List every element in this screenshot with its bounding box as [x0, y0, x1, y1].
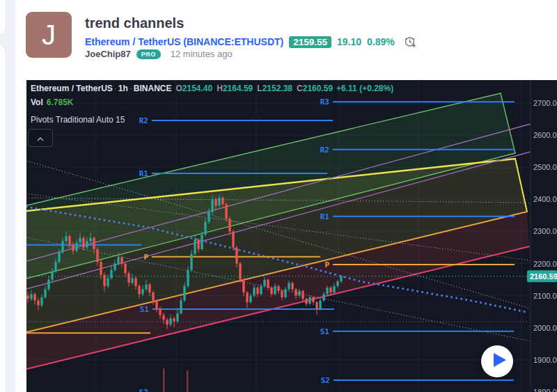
candle [197, 240, 199, 249]
candle [267, 280, 269, 288]
candle [120, 257, 123, 263]
candle [319, 301, 321, 309]
candle [274, 286, 276, 295]
candle [75, 243, 77, 251]
author-row: JoeChip87 PRO 12 minutes ago [85, 49, 233, 59]
candle [333, 286, 335, 292]
candle [86, 241, 88, 247]
candle [336, 281, 338, 286]
candle [166, 320, 168, 324]
collapse-indicators-button[interactable] [28, 129, 53, 147]
symbol-name: Ethereum / TetherUS [85, 36, 180, 47]
candle [340, 276, 342, 281]
candle [33, 294, 36, 300]
candle [68, 236, 70, 244]
pivot-label: S2 [139, 388, 148, 392]
candle [187, 270, 189, 286]
change-absolute: 19.10 [337, 36, 361, 47]
candle [260, 286, 262, 295]
candle [235, 247, 237, 263]
candle [37, 301, 39, 306]
candle [173, 318, 175, 322]
chevron-up-icon [37, 132, 44, 144]
idea-card: J trend channels Ethereum / TetherUS (BI… [15, 0, 557, 392]
candle [124, 264, 126, 274]
candle [176, 313, 178, 322]
candle [253, 288, 255, 296]
axis-tick-label: 2700.00 [533, 99, 557, 107]
add-alert-icon[interactable] [403, 34, 418, 49]
candle [204, 222, 206, 235]
candle [117, 257, 119, 263]
candle [152, 292, 154, 301]
candle [249, 296, 251, 302]
pivot-label: R3 [320, 97, 329, 107]
candle [141, 289, 143, 294]
symbol-row: Ethereum / TetherUS (BINANCE:ETHUSDT) 21… [85, 34, 418, 49]
feed-page: J trend channels Ethereum / TetherUS (BI… [0, 0, 557, 392]
candle [159, 308, 161, 315]
candle [263, 280, 265, 286]
candle [96, 249, 98, 262]
axis-tick-label: 2300.00 [533, 227, 557, 235]
candle [58, 252, 60, 262]
pivot-label: P [143, 253, 148, 262]
candle [169, 318, 171, 324]
candle [110, 270, 112, 279]
idea-title[interactable]: trend channels [85, 15, 184, 31]
candle [225, 204, 227, 219]
adjacent-card-bottom [0, 43, 6, 392]
candle [65, 236, 67, 241]
axis-tick-label: 2500.00 [533, 163, 557, 171]
candle [201, 235, 203, 249]
pivot-label: S1 [140, 305, 150, 314]
volume-bars [163, 368, 189, 392]
candle [326, 288, 328, 294]
avatar[interactable]: J [26, 12, 72, 58]
candle [30, 294, 32, 299]
candle [221, 198, 223, 204]
avatar-letter: J [42, 19, 56, 51]
candle [207, 212, 210, 222]
candle [218, 198, 220, 206]
candle [301, 291, 304, 299]
candle [329, 288, 331, 292]
candle [308, 297, 311, 304]
candle [131, 278, 133, 283]
candle [89, 238, 91, 242]
candle [211, 199, 213, 212]
pro-badge: PRO [136, 49, 161, 59]
candle [270, 288, 272, 294]
chart-canvas[interactable]: R2R1PS1S2R3R2R1PS1S22700.002600.002500.0… [26, 80, 557, 392]
candle [26, 296, 29, 299]
candle [180, 301, 182, 313]
candle [93, 238, 95, 249]
pivot-label: R2 [320, 146, 329, 155]
author-name[interactable]: JoeChip87 [85, 49, 131, 59]
current-price-text: 2160.59 [530, 272, 557, 281]
axis-tick-label: 2400.00 [533, 195, 557, 203]
candle [190, 254, 192, 270]
time-ago: 12 minutes ago [171, 49, 233, 59]
candle [127, 273, 130, 283]
candle [82, 238, 84, 248]
candle [246, 292, 248, 302]
play-button[interactable] [481, 345, 513, 377]
candle [295, 289, 297, 295]
candle [284, 289, 286, 297]
axis-tick-label: 2100.00 [533, 292, 557, 300]
candle [277, 286, 279, 291]
candle [239, 264, 241, 280]
axis-tick-label: 2600.00 [533, 131, 557, 139]
candle [134, 278, 136, 286]
axis-tick-label: 1900.00 [533, 356, 557, 364]
symbol-link[interactable]: Ethereum / TetherUS (BINANCE:ETHUSDT) [85, 36, 283, 47]
candle [44, 289, 46, 297]
chart-panel[interactable]: R2R1PS1S2R3R2R1PS1S22700.002600.002500.0… [26, 80, 557, 392]
pivot-label: P [324, 260, 329, 269]
candle [194, 240, 196, 254]
candle [256, 288, 258, 294]
pivot-label: R1 [320, 212, 330, 221]
candle [183, 286, 185, 301]
candle [228, 219, 230, 231]
